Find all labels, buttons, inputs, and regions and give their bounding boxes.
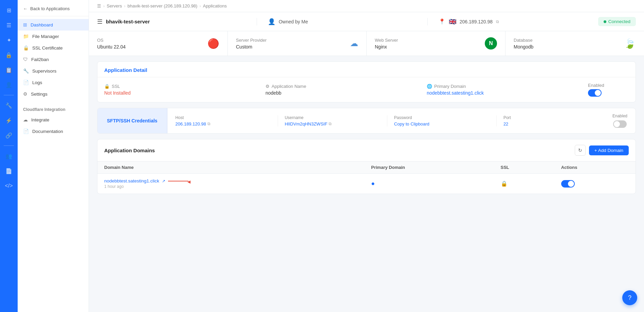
sidebar-item-label: Logs [32, 80, 42, 85]
primary-domain-item: 🌐 Primary Domain nodebbtest.satesting1.c… [427, 84, 574, 96]
icon-bar-users[interactable]: 👥 [3, 150, 15, 162]
enabled-label: Enabled [588, 83, 629, 88]
server-name: bhavik-test-server [106, 19, 150, 24]
server-ip: 206.189.120.98 [460, 19, 493, 24]
sidebar-item-label: Fail2ban [31, 57, 49, 62]
table-row: nodebbtest.satesting1.click ↗ ◀ 1 hour a… [97, 174, 636, 194]
floating-help-button[interactable]: ? [622, 290, 637, 305]
server-owner: Owned by Me [279, 19, 308, 24]
supervisors-icon: 🔧 [23, 68, 29, 74]
sidebar-item-file-manager[interactable]: 📁 File Manager [18, 31, 89, 42]
server-owner-item: 👤 Owned by Me [257, 18, 427, 25]
connected-dot [604, 20, 606, 23]
info-card-webserver: Web Server Nginx N [367, 31, 505, 56]
sidebar-item-settings[interactable]: ⚙ Settings [18, 88, 89, 100]
icon-bar-link[interactable]: 🔗 [3, 129, 15, 141]
sidebar-item-logs[interactable]: 📄 Logs [18, 77, 89, 88]
enabled-toggle[interactable] [588, 89, 602, 97]
breadcrumb-icon: ☰ [97, 3, 101, 8]
breadcrumb-servers[interactable]: Servers [107, 3, 122, 8]
breadcrumb-applications[interactable]: Applications [203, 3, 227, 8]
enabled-item: Enabled [588, 83, 629, 97]
back-to-applications[interactable]: ← Back to Applications [18, 0, 89, 16]
table-body: nodebbtest.satesting1.click ↗ ◀ 1 hour a… [97, 174, 636, 194]
add-domain-button[interactable]: + Add Domain [589, 145, 629, 155]
info-card-provider: Server Provider Custom ☁ [228, 31, 367, 56]
sftp-enabled-toggle[interactable] [613, 120, 627, 128]
sidebar-item-ssl[interactable]: 🔒 SSL Certificate [18, 42, 89, 54]
logs-icon: 📄 [23, 80, 29, 85]
connected-label: Connected [608, 19, 630, 24]
cloud-provider-icon: ☁ [350, 39, 358, 48]
col-domain-name: Domain Name [97, 161, 364, 174]
owner-icon: 👤 [268, 18, 275, 25]
icon-bar-code[interactable]: </> [3, 180, 15, 192]
icon-bar-tools[interactable]: 🔧 [3, 99, 15, 112]
connected-badge: Connected [598, 17, 636, 26]
actions-cell [554, 174, 636, 194]
icon-bar-user[interactable]: 👤 [3, 79, 15, 91]
sftp-enabled-label: Enabled [612, 114, 627, 118]
icon-bar-doc[interactable]: 📄 [3, 165, 15, 177]
database-value: Mongodb [514, 44, 533, 50]
sftp-username-value[interactable]: HlIDVm2qHN3ZWSIF ⧉ [285, 121, 380, 126]
domain-time: 1 hour ago [104, 184, 357, 189]
table-header: Domain Name Primary Domain SSL Actions [97, 161, 636, 174]
ssl-lock-icon: 🔒 [501, 181, 508, 187]
sidebar-item-supervisors[interactable]: 🔧 Supervisors [18, 65, 89, 77]
sidebar-item-documentation[interactable]: 📄 Documentation [18, 125, 89, 137]
content-area: ☰ bhavik-test-server 👤 Owned by Me 📍 🇬🇧 … [89, 12, 644, 312]
provider-value: Custom [236, 44, 266, 50]
sidebar-nav: ⊞ Dashboard 📁 File Manager 🔒 SSL Certifi… [18, 16, 89, 102]
refresh-button[interactable]: ↻ [575, 145, 586, 156]
domain-enabled-toggle[interactable] [561, 180, 575, 188]
sidebar-item-fail2ban[interactable]: 🛡 Fail2ban [18, 54, 89, 65]
domain-link[interactable]: nodebbtest.satesting1.click [104, 178, 159, 183]
copy-host-icon[interactable]: ⧉ [207, 121, 210, 126]
copy-username-icon[interactable]: ⧉ [329, 121, 332, 126]
domains-title: Application Domains [104, 148, 155, 153]
webserver-value: Nginx [375, 44, 398, 50]
col-actions: Actions [554, 161, 636, 174]
sftp-port-value: 22 [503, 121, 599, 126]
app-detail-row: 🔒 SSL Not Installed ⚙ Application Name n… [97, 77, 636, 102]
server-list-icon: ☰ [97, 18, 103, 25]
sidebar-item-label: SSL Certificate [32, 45, 63, 51]
copy-ip-icon[interactable]: ⧉ [496, 19, 499, 24]
sidebar-item-label: File Manager [32, 34, 59, 39]
flag-icon: 🇬🇧 [449, 18, 456, 25]
globe-icon: 🌐 [427, 84, 432, 89]
app-name-value: nodebb [265, 90, 413, 96]
dashboard-icon: ⊞ [23, 22, 27, 27]
primary-domain-cell: ● [364, 174, 494, 194]
breadcrumb-server-name[interactable]: bhavik-test-server (206.189.120.98) [127, 3, 197, 8]
sftp-tab[interactable]: SFTP/SSH Credentials [97, 108, 167, 133]
ssl-icon: 🔒 [23, 45, 29, 51]
server-name-item: ☰ bhavik-test-server [97, 18, 257, 25]
icon-bar-list[interactable]: ☰ [3, 19, 15, 31]
sftp-host-value[interactable]: 206.189.120.98 ⧉ [176, 121, 271, 126]
external-link-icon[interactable]: ↗ [162, 179, 165, 183]
sidebar-item-integrate[interactable]: ☁ Integrate [18, 114, 89, 125]
sftp-section: SFTP/SSH Credentials Host 206.189.120.98… [97, 108, 636, 134]
documentation-icon: 📄 [23, 129, 29, 134]
cloud-icon: ☁ [23, 117, 28, 122]
app-detail-title: Application Detail [97, 62, 636, 77]
sftp-password-value[interactable]: Copy to Clipboard [394, 121, 490, 126]
settings-icon: ⚙ [23, 91, 27, 97]
icon-bar-grid[interactable]: ⊞ [3, 4, 15, 16]
icon-bar-clipboard[interactable]: 📋 [3, 64, 15, 76]
primary-domain-value[interactable]: nodebbtest.satesting1.click [427, 90, 574, 96]
icon-bar-lock[interactable]: 🔒 [3, 49, 15, 61]
domains-actions: ↻ + Add Domain [575, 145, 629, 156]
domains-table: Domain Name Primary Domain SSL Actions n… [97, 161, 636, 194]
col-ssl: SSL [494, 161, 554, 174]
icon-bar-apps[interactable]: ✦ [3, 34, 15, 46]
icon-sidebar: ⊞ ☰ ✦ 🔒 📋 👤 🔧 ⚡ 🔗 👥 📄 </> [0, 0, 18, 312]
sidebar-item-dashboard[interactable]: ⊞ Dashboard [18, 19, 89, 31]
nginx-icon: N [485, 37, 497, 50]
icon-bar-divider-2 [4, 145, 14, 146]
provider-label: Server Provider [236, 38, 266, 43]
icon-bar-bolt[interactable]: ⚡ [3, 114, 15, 126]
mongodb-icon: 🍃 [624, 38, 636, 49]
